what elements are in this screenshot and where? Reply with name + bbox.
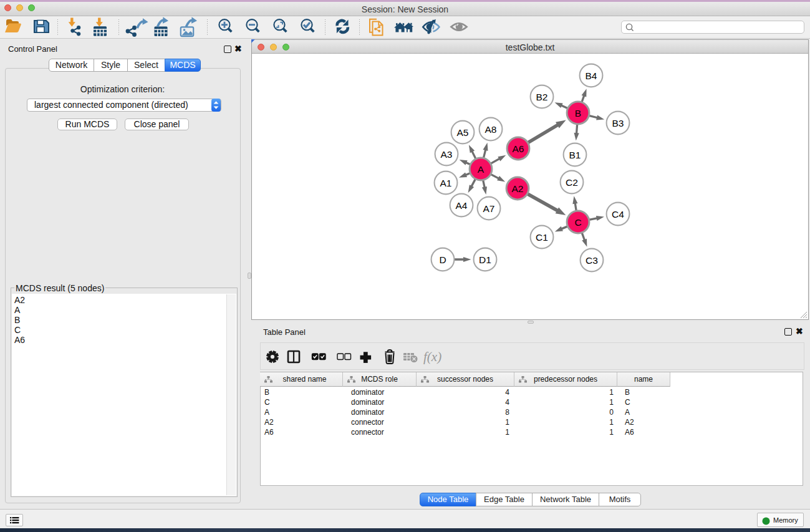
svg-text:f(x): f(x) [423, 349, 441, 364]
svg-text:A4: A4 [456, 200, 468, 211]
svg-text:C1: C1 [536, 232, 548, 243]
svg-text:A6: A6 [513, 143, 524, 154]
svg-text:D: D [439, 254, 446, 265]
svg-text:B1: B1 [569, 150, 581, 160]
svg-text:C2: C2 [566, 177, 578, 188]
svg-text:A7: A7 [483, 203, 495, 214]
svg-text:B: B [575, 108, 581, 118]
svg-text:D1: D1 [479, 254, 491, 265]
svg-text:C: C [574, 217, 581, 228]
svg-text:C3: C3 [586, 255, 598, 266]
svg-text:B4: B4 [586, 70, 597, 81]
svg-text:A: A [478, 164, 485, 175]
svg-text:B3: B3 [612, 118, 624, 128]
svg-text:A3: A3 [441, 149, 453, 160]
svg-text:A5: A5 [457, 127, 469, 138]
svg-text:B2: B2 [536, 92, 548, 102]
svg-text:A2: A2 [512, 183, 524, 194]
svg-text:C4: C4 [612, 209, 624, 220]
svg-text:A8: A8 [485, 124, 497, 135]
svg-text:A1: A1 [440, 178, 452, 188]
